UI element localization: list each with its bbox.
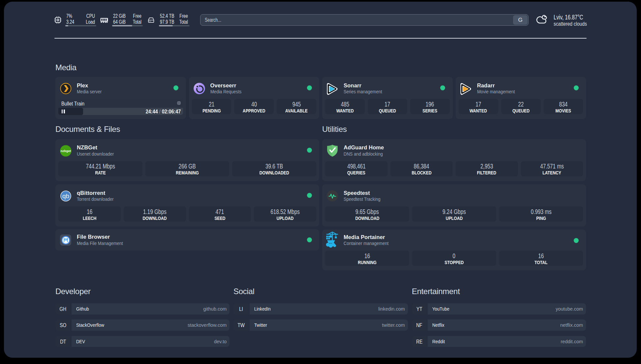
svg-text:qb: qb [62,193,69,199]
svg-text:nzbget: nzbget [61,149,71,153]
